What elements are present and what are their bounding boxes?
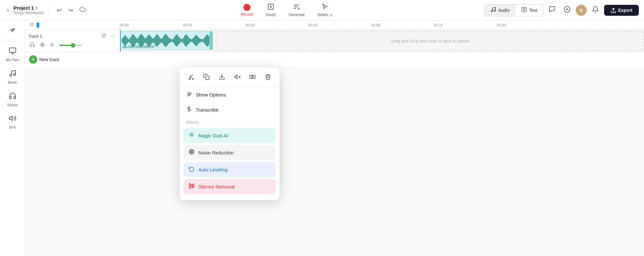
tab-text[interactable]: Text [516,5,543,16]
new-track-button[interactable]: + New track [29,55,59,64]
new-track-label: New track [39,57,59,62]
export-label: Export [618,8,632,13]
ctx-download-button[interactable] [215,72,228,84]
volume-slider[interactable] [59,45,82,46]
waveform-bar [161,39,162,42]
waveform-bar [197,36,198,45]
effect-magic-dust[interactable]: Magic Dust AI [184,128,276,143]
waveform-bar [156,34,157,47]
svg-point-20 [189,78,190,79]
effect-noise-reduction[interactable]: Noise Reduction [184,145,276,160]
tab-audio[interactable]: Audio [485,5,516,16]
svg-rect-22 [206,76,209,80]
sidebar-item-music[interactable]: Music [3,66,22,87]
waveform-bar [128,39,129,42]
ctx-copy-button[interactable] [200,72,213,84]
svg-marker-13 [9,116,12,121]
track-headphone-icon[interactable] [28,41,36,49]
toolbar-left: ‹ Project 1 ∨ Sergio Montanino ↩ ↪ [5,4,89,16]
notification-button[interactable] [589,5,601,16]
track-1-controls [28,41,117,49]
track-volume-icon[interactable] [49,41,57,49]
clip-right-handle[interactable] [210,31,213,50]
waveform-bar [146,38,147,43]
sidebar-label-voices: Voices [7,103,17,107]
select-group: Select ∨ [315,2,335,18]
waveform-bar [174,37,175,44]
toolbar-center: Record Insert Generate [91,2,482,18]
generate-button[interactable]: Generate [286,2,307,18]
sidebar-label-my-files: My Files [6,58,19,62]
waveform-bar [144,37,145,44]
effect-auto-leveling[interactable]: Auto Leveling [184,162,276,177]
waveform-bar [201,39,202,42]
waveform-bar [153,39,153,42]
waveform-bar [125,35,125,46]
waveform-bar [165,34,166,47]
waveform-bar [160,38,161,43]
ctx-delete-button[interactable] [261,72,274,84]
waveform-bar [184,37,184,44]
waveform-bar [139,36,140,45]
ruler-row: 00:00 00:15 00:30 00:45 01:00 01:15 01:3… [25,21,644,30]
waveform-bar [148,35,148,46]
effects-section-label: Effects [180,117,279,126]
ctx-show-options-item[interactable]: Show Options [180,87,279,102]
transcribe-icon [186,106,192,114]
waveform-bar [159,37,160,44]
sidebar-item-sfx[interactable]: SFX [3,111,22,133]
track-snowflake-icon[interactable] [39,41,46,49]
svg-rect-40 [191,185,192,187]
waveform-bar [129,38,130,43]
add-button[interactable] [561,5,573,16]
chat-button[interactable] [546,5,558,16]
ruler-mark-4: 01:00 [371,23,380,27]
ctx-split-button[interactable] [246,72,259,84]
export-button[interactable]: Export [604,5,639,16]
avatar[interactable]: S [576,5,587,16]
waveform-clip[interactable]: clip-422218611840257 [120,31,212,50]
waveform-bar [135,37,136,44]
noise-reduction-label: Noise Reduction [198,150,234,155]
sidebar-item-voices[interactable]: Voices [3,89,22,110]
record-button[interactable]: Record [238,3,256,18]
waveform-bar [189,38,190,43]
sidebar-pin-icon[interactable] [8,27,17,37]
toolbar-right: Audio Text [484,4,639,16]
undo-button[interactable]: ↩ [54,5,64,16]
ctx-cut-button[interactable] [185,72,198,84]
back-button[interactable]: ‹ [5,5,11,15]
ruler-mark-6: 01:30 [497,23,506,27]
track-1-timeline: clip-422218611840257 Drag and Drop files… [120,30,644,52]
waveform-bar [150,35,150,46]
sidebar-item-my-files[interactable]: My Files [3,44,22,65]
ctx-mute-button[interactable] [231,72,244,84]
track-more-icon[interactable]: ⋯ [109,33,117,39]
insert-button[interactable]: Insert [263,2,278,18]
select-button[interactable]: Select ∨ [315,2,335,18]
redo-button[interactable]: ↪ [66,5,76,16]
context-menu-toolbar [180,67,279,87]
waveform-bar [185,34,186,47]
effect-silence-removal[interactable]: Silence Removal [184,179,276,194]
track-1-name: Track 1 [28,34,99,39]
waveform-bar [176,35,176,46]
svg-point-37 [190,151,193,153]
waveform-bar [143,36,144,45]
ctx-transcribe-item[interactable]: Transcribe [180,102,279,117]
waveform-bar [142,35,143,46]
waveform-bar [155,37,155,44]
project-title-caret-icon[interactable]: ∨ [35,6,38,10]
track-edit-icon[interactable] [100,32,108,40]
ruler-mark-3: 00:45 [308,23,317,27]
waveform-bar [128,38,128,43]
waveform-bar [204,38,204,43]
cloud-save-button[interactable] [77,4,89,16]
my-files-icon [9,47,16,57]
waveform-bar [136,38,137,43]
waveform-bar [122,39,122,42]
magic-dust-icon [189,132,194,139]
waveform-bar [180,38,180,43]
drag-drop-area[interactable]: Drag and Drop files here or click to upl… [217,31,644,50]
waveform-bar [131,35,132,46]
